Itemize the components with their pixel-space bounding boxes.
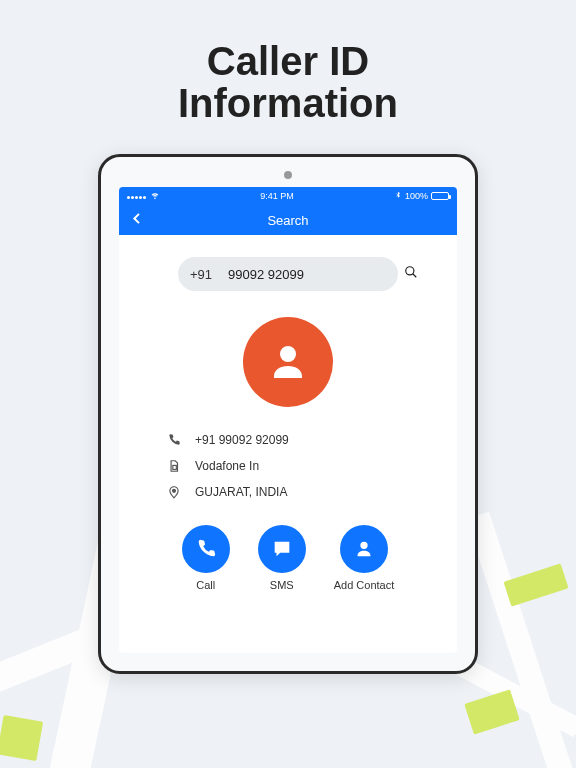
phone-input[interactable] — [228, 267, 396, 282]
call-icon — [195, 538, 217, 560]
content-area: +91 +91 99092 92099 — [119, 235, 457, 653]
svg-line-1 — [413, 274, 417, 278]
info-row-location: GUJARAT, INDIA — [167, 485, 409, 499]
info-section: +91 99092 92099 Vodafone In GUJARAT, IND… — [137, 433, 439, 499]
headline-line2: Information — [178, 81, 398, 125]
wifi-icon — [150, 190, 160, 202]
search-field[interactable]: +91 — [178, 257, 398, 291]
info-row-phone: +91 99092 92099 — [167, 433, 409, 447]
chevron-left-icon — [129, 211, 145, 227]
action-row: Call SMS Add Contact — [182, 525, 395, 591]
sms-icon — [271, 538, 293, 560]
bluetooth-icon — [394, 191, 402, 201]
status-right: 100% — [394, 191, 449, 201]
page-headline: Caller ID Information — [0, 40, 576, 124]
tablet-camera — [284, 171, 292, 179]
call-button[interactable]: Call — [182, 525, 230, 591]
app-screen: 9:41 PM 100% Search +91 — [119, 187, 457, 653]
person-icon — [264, 338, 312, 386]
signal-dots-icon — [127, 191, 147, 201]
search-icon[interactable] — [404, 265, 418, 283]
phone-value: +91 99092 92099 — [195, 433, 289, 447]
country-code[interactable]: +91 — [190, 267, 212, 282]
battery-percent: 100% — [405, 191, 428, 201]
svg-point-0 — [406, 267, 414, 275]
nav-title: Search — [267, 213, 308, 228]
status-left — [127, 190, 160, 202]
sms-button[interactable]: SMS — [258, 525, 306, 591]
call-label: Call — [196, 579, 215, 591]
add-contact-label: Add Contact — [334, 579, 395, 591]
battery-icon — [431, 192, 449, 200]
headline-line1: Caller ID — [207, 39, 369, 83]
contact-avatar — [243, 317, 333, 407]
svg-rect-2 — [173, 465, 177, 469]
status-time: 9:41 PM — [260, 191, 294, 201]
add-contact-icon — [353, 538, 375, 560]
carrier-value: Vodafone In — [195, 459, 259, 473]
status-bar: 9:41 PM 100% — [119, 187, 457, 205]
add-contact-button[interactable]: Add Contact — [334, 525, 395, 591]
sim-icon — [167, 459, 181, 473]
phone-icon — [167, 433, 181, 447]
location-value: GUJARAT, INDIA — [195, 485, 287, 499]
info-row-carrier: Vodafone In — [167, 459, 409, 473]
back-button[interactable] — [129, 211, 145, 230]
tablet-frame: 9:41 PM 100% Search +91 — [98, 154, 478, 674]
svg-point-3 — [173, 489, 176, 492]
location-pin-icon — [167, 485, 181, 499]
nav-bar: Search — [119, 205, 457, 235]
sms-label: SMS — [270, 579, 294, 591]
